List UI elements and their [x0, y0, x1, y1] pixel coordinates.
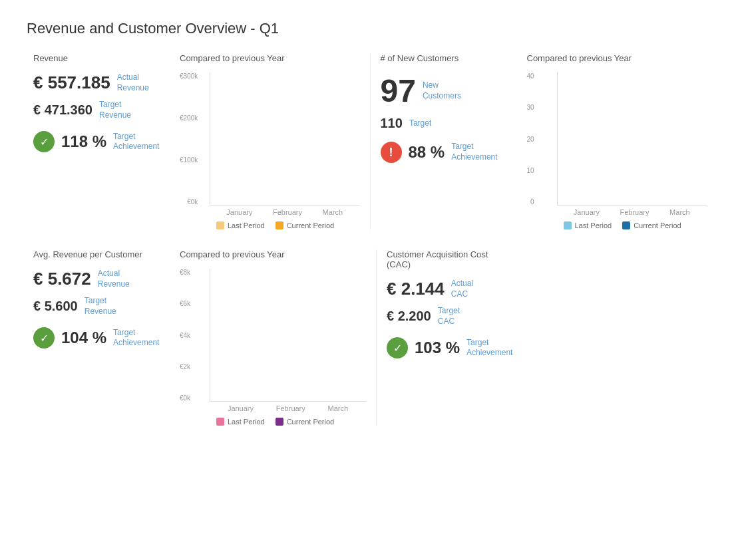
avg-check-icon: ✓	[33, 327, 55, 349]
revenue-actual-label: ActualRevenue	[117, 72, 149, 93]
cust-x-mar: March	[669, 208, 690, 216]
cust-y-20: 20	[527, 136, 534, 143]
cust-x-jan: January	[574, 208, 600, 216]
revenue-target-row: € 471.360 TargetRevenue	[33, 100, 166, 120]
avg-legend-last-label: Last Period	[228, 418, 265, 426]
avg-y-0k: €0k	[180, 394, 190, 402]
legend-dot-last	[216, 221, 224, 229]
revenue-section-title: Revenue	[33, 53, 166, 63]
revenue-target-value: € 471.360	[33, 102, 92, 118]
cac-target-label: TargetCAC	[438, 306, 460, 327]
bottom-row: Avg. Revenue per Customer € 5.672 Actual…	[27, 249, 713, 426]
revenue-achievement-row: ✓ 118 % TargetAchievement	[33, 131, 166, 152]
avg-actual-value: € 5.672	[33, 269, 91, 289]
dashboard: Revenue € 557.185 ActualRevenue € 471.36…	[27, 53, 713, 426]
y-label-0k: €0k	[187, 198, 198, 206]
revenue-chart-section: Compared to previous Year €300k €200k €1…	[173, 53, 367, 229]
customers-warn-icon: !	[381, 142, 402, 163]
revenue-check-icon: ✓	[33, 131, 55, 152]
customers-chart-title: Compared to previous Year	[527, 53, 707, 63]
customers-chart-wrapper: 40 30 20 10 0	[527, 72, 707, 229]
cust-y-40: 40	[527, 72, 534, 80]
customers-legend: Last Period Current Period	[557, 221, 707, 229]
customers-section-title: # of New Customers	[381, 53, 514, 63]
y-label-200k: €200k	[180, 114, 198, 122]
avg-legend-current: Current Period	[276, 418, 335, 426]
avg-target-label: TargetRevenue	[85, 296, 116, 317]
avg-target-row: € 5.600 TargetRevenue	[33, 296, 166, 317]
x-label-jan: January	[226, 208, 252, 216]
avg-x-jan: January	[228, 404, 254, 412]
x-label-feb: February	[273, 208, 302, 216]
avg-chart-area	[210, 269, 366, 402]
cac-actual-value: € 2.144	[387, 279, 445, 299]
avg-y-6k: €6k	[180, 300, 190, 307]
revenue-actual-value: € 557.185	[33, 72, 110, 93]
cust-legend-current-label: Current Period	[634, 221, 681, 229]
customers-target-row: 110 Target	[381, 116, 514, 131]
customers-target-value: 110	[381, 116, 403, 131]
avg-y-2k: €2k	[180, 363, 190, 370]
cac-achievement-value: 103 %	[415, 339, 460, 357]
avg-legend-last: Last Period	[216, 418, 265, 426]
cac-target-row: € 2.200 TargetCAC	[387, 306, 520, 327]
revenue-section: Revenue € 557.185 ActualRevenue € 471.36…	[27, 53, 173, 229]
legend-last-period: Last Period	[216, 221, 265, 229]
avg-chart-section: Compared to previous Year €8k €6k €4k €2…	[173, 249, 373, 426]
avg-actual-label: ActualRevenue	[98, 269, 130, 289]
cust-legend-dot-current	[622, 221, 630, 229]
y-label-300k: €300k	[180, 72, 198, 80]
cac-achievement-row: ✓ 103 % TargetAchievement	[387, 337, 520, 358]
customers-actual-value: 97	[381, 72, 416, 109]
revenue-kpi-block: € 557.185 ActualRevenue € 471.360 Target…	[33, 72, 166, 152]
cust-y-0: 0	[530, 198, 534, 206]
avg-y-4k: €4k	[180, 332, 190, 339]
divider-1	[370, 53, 371, 229]
customers-target-label: Target	[409, 118, 431, 129]
revenue-legend: Last Period Current Period	[210, 221, 360, 229]
avg-revenue-section-title: Avg. Revenue per Customer	[33, 249, 166, 259]
cust-y-10: 10	[527, 167, 534, 174]
avg-legend: Last Period Current Period	[210, 418, 366, 426]
revenue-target-label: TargetRevenue	[99, 100, 131, 120]
cust-legend-dot-last	[564, 221, 572, 229]
top-row: Revenue € 557.185 ActualRevenue € 471.36…	[27, 53, 713, 229]
avg-legend-current-label: Current Period	[287, 418, 335, 426]
revenue-achievement-label: TargetAchievement	[113, 132, 159, 152]
customers-achievement-label: TargetAchievement	[451, 142, 497, 162]
revenue-chart-title: Compared to previous Year	[180, 53, 360, 63]
revenue-achievement-value: 118 %	[61, 132, 106, 151]
customers-achievement-value: 88 %	[409, 143, 445, 162]
legend-last-label: Last Period	[228, 221, 265, 229]
avg-y-8k: €8k	[180, 269, 190, 276]
legend-current-period: Current Period	[276, 221, 335, 229]
cust-legend-current: Current Period	[622, 221, 681, 229]
customers-chart-area	[557, 72, 707, 206]
customers-achievement-row: ! 88 % TargetAchievement	[381, 142, 514, 163]
avg-achievement-label: TargetAchievement	[113, 328, 159, 349]
avg-revenue-kpi-block: € 5.672 ActualRevenue € 5.600 TargetReve…	[33, 269, 166, 349]
customers-actual-row: 97 NewCustomers	[381, 72, 514, 109]
avg-legend-dot-last	[216, 418, 224, 426]
cac-kpi-block: € 2.144 ActualCAC € 2.200 TargetCAC ✓ 10…	[387, 279, 520, 358]
cac-actual-row: € 2.144 ActualCAC	[387, 279, 520, 299]
avg-x-axis: January February March	[210, 402, 366, 412]
revenue-actual-row: € 557.185 ActualRevenue	[33, 72, 166, 93]
avg-chart-wrapper: €8k €6k €4k €2k €0k	[180, 269, 366, 426]
customers-chart-section: Compared to previous Year 40 30 20 10 0	[520, 53, 714, 229]
avg-x-mar: March	[328, 404, 349, 412]
legend-current-label: Current Period	[287, 221, 335, 229]
cust-legend-last: Last Period	[564, 221, 612, 229]
divider-2	[376, 249, 377, 426]
avg-revenue-section: Avg. Revenue per Customer € 5.672 Actual…	[27, 249, 173, 426]
revenue-chart-area	[210, 72, 360, 206]
customers-kpi-block: 97 NewCustomers 110 Target ! 88 % Target…	[381, 72, 514, 163]
avg-target-value: € 5.600	[33, 299, 78, 314]
cac-actual-label: ActualCAC	[451, 279, 473, 299]
cust-legend-last-label: Last Period	[575, 221, 612, 229]
legend-dot-current	[276, 221, 283, 229]
cac-check-icon: ✓	[387, 337, 408, 358]
cust-y-30: 30	[527, 104, 534, 111]
x-label-mar: March	[323, 208, 343, 216]
avg-achievement-row: ✓ 104 % TargetAchievement	[33, 327, 166, 349]
